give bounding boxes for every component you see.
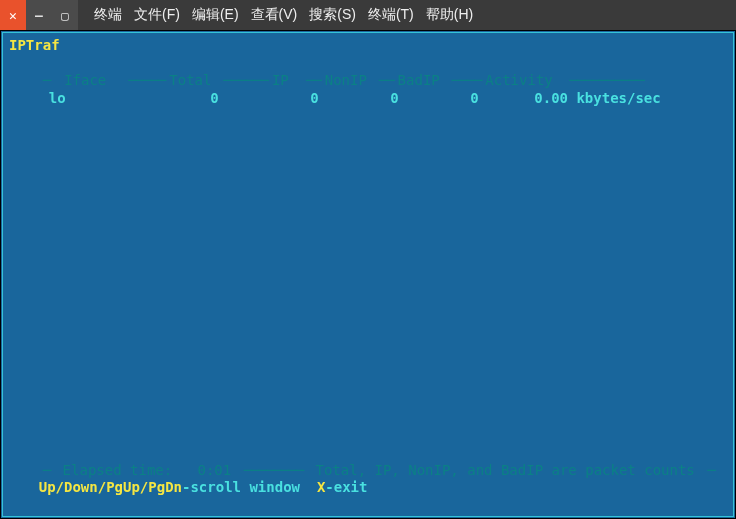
maximize-icon: ▢ <box>61 8 69 23</box>
window-controls: ✕ — ▢ <box>0 0 78 30</box>
cell-iface: lo <box>39 90 109 107</box>
menu-view[interactable]: 查看(V) <box>247 6 302 24</box>
cell-ip: 0 <box>219 90 319 107</box>
menu-search[interactable]: 搜索(S) <box>305 6 360 24</box>
table-row: lo00000.00 kbytes/sec <box>5 73 731 124</box>
menubar: 终端 文件(F) 编辑(E) 查看(V) 搜索(S) 终端(T) 帮助(H) <box>90 6 477 24</box>
menu-terminal[interactable]: 终端(T) <box>364 6 418 24</box>
footer-help-line: Up/Down/PgUp/PgDn-scroll window X-exit <box>5 462 731 513</box>
window-maximize-button[interactable]: ▢ <box>52 0 78 30</box>
scroll-text: -scroll window <box>182 479 317 495</box>
menu-help[interactable]: 帮助(H) <box>422 6 477 24</box>
exit-text: -exit <box>325 479 367 495</box>
window-titlebar: ✕ — ▢ 终端 文件(F) 编辑(E) 查看(V) 搜索(S) 终端(T) 帮… <box>0 0 736 30</box>
keys-updown: Up/Down/PgUp/PgDn <box>39 479 182 495</box>
menu-terminal-label[interactable]: 终端 <box>90 6 126 24</box>
minimize-icon: — <box>35 8 43 23</box>
menu-file[interactable]: 文件(F) <box>130 6 184 24</box>
cell-total: 0 <box>109 90 219 107</box>
close-icon: ✕ <box>9 8 17 23</box>
cell-nonip: 0 <box>319 90 399 107</box>
window-minimize-button[interactable]: — <box>26 0 52 30</box>
app-title: IPTraf <box>9 37 731 54</box>
cell-activity: 0.00 kbytes/sec <box>479 90 669 107</box>
terminal-area[interactable]: IPTraf ─Iface─────Total──────IP──NonIP──… <box>0 30 736 519</box>
menu-edit[interactable]: 编辑(E) <box>188 6 243 24</box>
cell-badip: 0 <box>399 90 479 107</box>
window-close-button[interactable]: ✕ <box>0 0 26 30</box>
